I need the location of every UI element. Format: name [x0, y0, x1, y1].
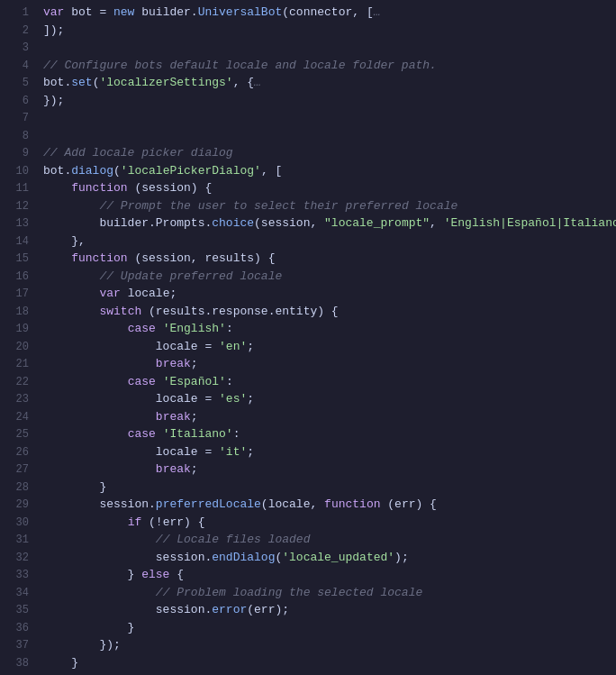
line-content: locale = 'it';	[43, 443, 609, 461]
line-content: bot.set('localizerSettings', {…	[43, 74, 609, 92]
line-number: 7	[7, 109, 29, 126]
code-line: 15 function (session, results) {	[0, 250, 616, 268]
code-line: 31 // Locale files loaded	[0, 531, 616, 549]
line-content: function (session, results) {	[43, 250, 609, 268]
code-line: 25 case 'Italiano':	[0, 425, 616, 443]
code-editor: 1var bot = new builder.UniversalBot(conn…	[0, 0, 616, 675]
line-number: 35	[7, 601, 29, 618]
code-line: 16 // Update preferred locale	[0, 268, 616, 286]
line-content: // Problem loading the selected locale	[43, 584, 609, 602]
code-line: 28 }	[0, 479, 616, 497]
code-line: 4// Configure bots default locale and lo…	[0, 57, 616, 75]
line-content: session.preferredLocale(locale, function…	[43, 496, 609, 514]
line-content: locale = 'es';	[43, 390, 609, 408]
line-number: 10	[7, 162, 29, 179]
line-content: ]);	[43, 671, 609, 675]
line-number: 2	[7, 22, 29, 39]
line-content: var bot = new builder.UniversalBot(conne…	[43, 4, 609, 22]
line-number: 12	[7, 197, 29, 214]
line-number: 29	[7, 496, 29, 513]
line-content: function (session) {	[43, 179, 609, 197]
code-line: 19 case 'English':	[0, 320, 616, 338]
line-number: 4	[7, 57, 29, 74]
code-line: 3	[0, 39, 616, 57]
line-number: 31	[7, 531, 29, 548]
line-content: // Update preferred locale	[43, 268, 609, 286]
code-line: 23 locale = 'es';	[0, 390, 616, 408]
line-content: });	[43, 92, 609, 110]
line-content	[43, 127, 609, 145]
code-line: 6});	[0, 92, 616, 110]
line-number: 18	[7, 303, 29, 320]
code-line: 30 if (!err) {	[0, 514, 616, 532]
code-line: 24 break;	[0, 408, 616, 426]
code-line: 22 case 'Español':	[0, 373, 616, 391]
line-number: 14	[7, 233, 29, 250]
code-line: 20 locale = 'en';	[0, 338, 616, 356]
line-content: } else {	[43, 566, 609, 584]
line-content	[43, 109, 609, 127]
line-number: 1	[7, 4, 29, 21]
line-content: case 'English':	[43, 320, 609, 338]
line-content: case 'Italiano':	[43, 425, 609, 443]
line-number: 28	[7, 479, 29, 496]
line-number: 20	[7, 338, 29, 355]
code-line: 26 locale = 'it';	[0, 443, 616, 461]
line-content: break;	[43, 461, 609, 479]
code-line: 2]);	[0, 22, 616, 40]
code-line: 29 session.preferredLocale(locale, funct…	[0, 496, 616, 514]
line-number: 26	[7, 443, 29, 461]
code-line: 36 }	[0, 619, 616, 637]
line-number: 30	[7, 514, 29, 531]
line-number: 33	[7, 566, 29, 583]
line-content: builder.Prompts.choice(session, "locale_…	[43, 214, 616, 233]
line-number: 23	[7, 390, 29, 407]
line-number: 19	[7, 320, 29, 337]
line-number: 39	[7, 671, 29, 675]
line-number: 27	[7, 461, 29, 478]
line-number: 3	[7, 39, 29, 56]
code-line: 1var bot = new builder.UniversalBot(conn…	[0, 4, 616, 22]
line-content	[43, 39, 609, 57]
line-number: 11	[7, 179, 29, 196]
line-content: switch (results.response.entity) {	[43, 303, 609, 321]
code-line: 14 },	[0, 233, 616, 251]
line-content: });	[43, 636, 609, 654]
code-line: 10bot.dialog('localePickerDialog', [	[0, 162, 616, 180]
code-line: 21 break;	[0, 355, 616, 373]
line-content: // Add locale picker dialog	[43, 144, 609, 162]
line-content: break;	[43, 408, 609, 426]
line-number: 9	[7, 144, 29, 161]
code-line: 35 session.error(err);	[0, 601, 616, 619]
line-content: session.endDialog('locale_updated');	[43, 549, 609, 567]
line-content: },	[43, 233, 609, 251]
line-content: session.error(err);	[43, 601, 609, 619]
code-line: 7	[0, 109, 616, 127]
line-number: 8	[7, 127, 29, 144]
code-line: 38 }	[0, 654, 616, 672]
code-line: 37 });	[0, 636, 616, 654]
line-number: 37	[7, 636, 29, 653]
line-content: }	[43, 619, 609, 637]
code-line: 39]);	[0, 671, 616, 675]
line-content: if (!err) {	[43, 514, 609, 532]
line-content: case 'Español':	[43, 373, 609, 391]
line-number: 21	[7, 355, 29, 372]
code-line: 5bot.set('localizerSettings', {…	[0, 74, 616, 92]
line-content: ]);	[43, 22, 609, 40]
line-number: 15	[7, 250, 29, 267]
code-line: 17 var locale;	[0, 285, 616, 303]
line-content: }	[43, 654, 609, 672]
code-line: 33 } else {	[0, 566, 616, 584]
line-number: 16	[7, 268, 29, 285]
code-line: 27 break;	[0, 461, 616, 479]
line-number: 36	[7, 619, 29, 636]
line-number: 34	[7, 584, 29, 601]
line-content: locale = 'en';	[43, 338, 609, 356]
line-number: 25	[7, 425, 29, 442]
line-content: break;	[43, 355, 609, 373]
line-number: 22	[7, 373, 29, 390]
line-content: // Locale files loaded	[43, 531, 609, 549]
line-number: 24	[7, 408, 29, 425]
line-number: 6	[7, 92, 29, 109]
